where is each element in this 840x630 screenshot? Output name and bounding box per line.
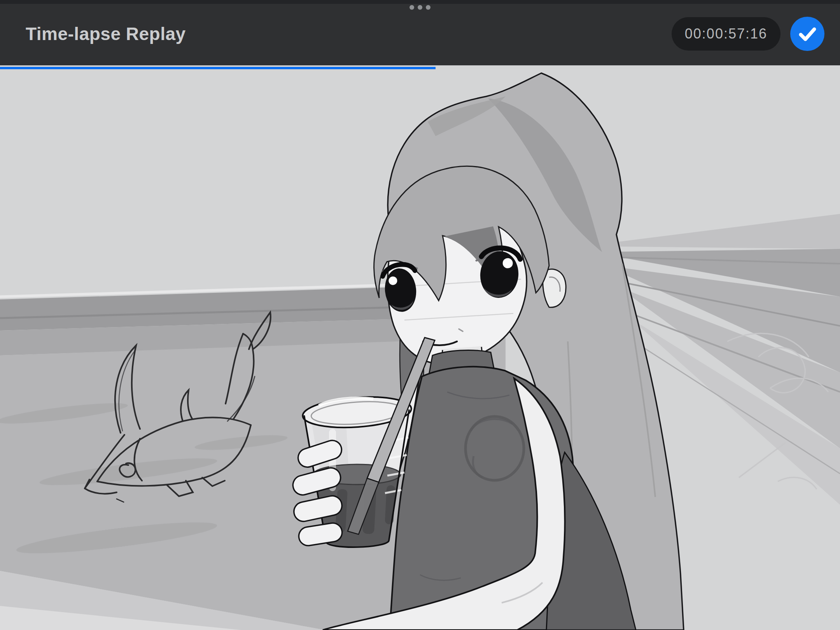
- timelapse-replay-screen: Time-lapse Replay 00:00:57:16: [0, 0, 840, 630]
- handle-dot: [418, 5, 422, 10]
- confirm-done-button[interactable]: [790, 17, 824, 51]
- timecode-badge: 00:00:57:16: [672, 17, 780, 51]
- ellipsis-handle-icon[interactable]: [410, 5, 430, 10]
- handle-dot: [410, 5, 414, 10]
- replay-artwork-canvas[interactable]: [0, 69, 840, 630]
- timecode-text: 00:00:57:16: [685, 26, 767, 42]
- page-title: Time-lapse Replay: [26, 23, 186, 44]
- handle-dot: [426, 5, 430, 10]
- artwork-illustration: [0, 69, 840, 630]
- replay-progress-bar[interactable]: [0, 65, 840, 69]
- header-bar: Time-lapse Replay 00:00:57:16: [0, 0, 840, 65]
- checkmark-icon: [790, 17, 824, 51]
